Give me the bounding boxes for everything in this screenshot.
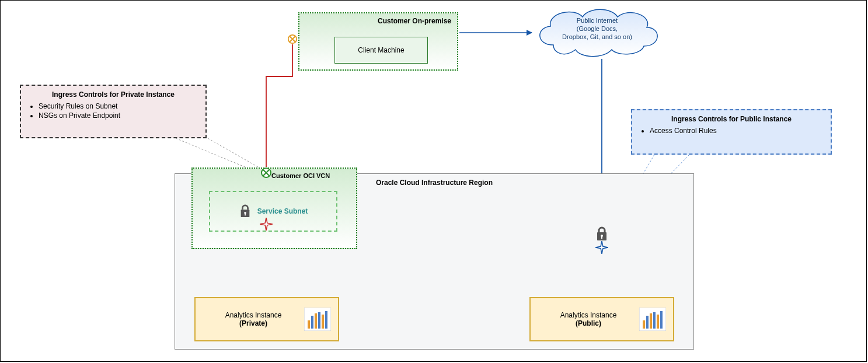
- svg-rect-18: [650, 313, 652, 329]
- svg-rect-13: [322, 315, 324, 329]
- svg-rect-12: [318, 312, 320, 329]
- ingress-private-title: Ingress Controls for Private Instance: [28, 90, 198, 99]
- public-internet-cloud: Public Internet (Google Docs, Dropbox, G…: [530, 4, 664, 60]
- svg-rect-11: [315, 313, 317, 329]
- customer-on-premise-title: Customer On-premise: [299, 17, 451, 25]
- svg-rect-9: [308, 320, 310, 329]
- svg-rect-16: [643, 320, 645, 329]
- analytics-public-line2: (Public): [538, 319, 639, 327]
- ingress-public-title: Ingress Controls for Public Instance: [639, 115, 824, 123]
- svg-rect-14: [325, 311, 327, 329]
- cloud-line3: Dropbox, Git, and so on): [530, 33, 664, 41]
- customer-vcn-title: Customer OCI VCN: [271, 172, 330, 179]
- svg-rect-7: [601, 236, 602, 239]
- svg-rect-19: [653, 312, 656, 329]
- svg-rect-3: [245, 214, 246, 216]
- bar-chart-icon: [304, 308, 331, 331]
- cloud-line1: Public Internet: [530, 17, 664, 25]
- service-subnet-label: Service Subnet: [257, 207, 308, 215]
- public-ingress-star-icon: [595, 241, 608, 254]
- svg-rect-20: [657, 315, 659, 329]
- ingress-public-box: Ingress Controls for Public Instance Acc…: [631, 109, 832, 155]
- analytics-private-line2: (Private): [203, 319, 304, 327]
- public-lock-icon: [595, 226, 609, 242]
- line-private-upper: [266, 44, 292, 167]
- svg-rect-10: [311, 316, 313, 329]
- analytics-public-line1: Analytics Instance: [538, 311, 639, 319]
- service-subnet-box: Service Subnet: [209, 191, 337, 232]
- cloud-line2: (Google Docs,: [530, 25, 664, 33]
- ingress-private-item1: Security Rules on Subnet: [39, 102, 198, 110]
- analytics-public-card: Analytics Instance (Public): [529, 297, 674, 341]
- customer-on-premise-box: Customer On-premise Client Machine: [298, 12, 458, 71]
- junction-icon: [287, 34, 298, 44]
- client-machine-label: Client Machine: [358, 46, 404, 54]
- client-machine-box: Client Machine: [334, 37, 428, 64]
- ingress-private-item2: NSGs on Private Endpoint: [39, 111, 198, 120]
- analytics-private-line1: Analytics Instance: [203, 311, 304, 319]
- analytics-private-card: Analytics Instance (Private): [194, 297, 339, 341]
- private-ingress-star-icon: [260, 218, 273, 231]
- ingress-private-box: Ingress Controls for Private Instance Se…: [20, 85, 207, 138]
- svg-rect-17: [646, 316, 649, 329]
- lock-icon: [239, 204, 252, 219]
- customer-vcn-box: Customer OCI VCN Service Subnet: [191, 167, 357, 249]
- security-rule-node-icon: [260, 167, 272, 179]
- svg-rect-21: [660, 311, 663, 329]
- bar-chart-icon: [639, 308, 666, 331]
- ingress-public-item1: Access Control Rules: [650, 127, 824, 135]
